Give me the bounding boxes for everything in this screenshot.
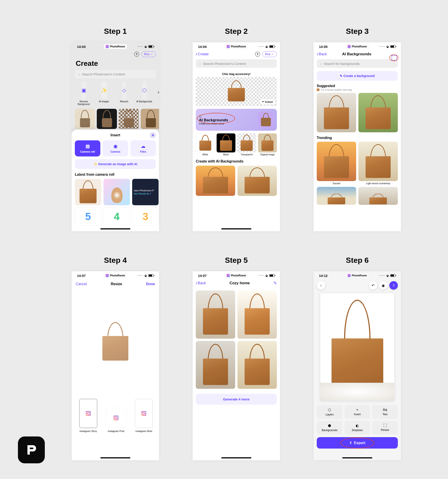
wifi-icon: ⬙ bbox=[387, 274, 389, 277]
camera-roll-item[interactable]: 4 bbox=[103, 207, 130, 225]
source-camera-roll[interactable]: ▤Camera roll bbox=[75, 140, 100, 156]
share-button[interactable]: ⇧ bbox=[389, 281, 398, 290]
preset-instagram-post[interactable] bbox=[106, 408, 126, 428]
chevron-left-icon: ‹ bbox=[196, 51, 197, 57]
editor-canvas[interactable] bbox=[320, 293, 394, 401]
chevron-left-icon: ‹ bbox=[320, 283, 321, 287]
source-camera[interactable]: ◉Camera bbox=[102, 140, 128, 156]
camera-roll-item[interactable]: hare Photoroom Ptwo friends for f bbox=[132, 179, 159, 205]
bg-tile[interactable] bbox=[317, 93, 356, 132]
result-tile[interactable] bbox=[238, 341, 277, 389]
template-thumb[interactable] bbox=[141, 109, 159, 129]
generate-ai-button[interactable]: ✨ Generate an image with AI bbox=[75, 159, 156, 169]
ai-backgrounds-card[interactable]: ⬡ AI Backgrounds Create your dream scene bbox=[196, 109, 277, 131]
bg-tile[interactable] bbox=[317, 187, 356, 205]
app-brand: PhotoRoom bbox=[346, 273, 369, 278]
bg-tile[interactable] bbox=[196, 166, 235, 196]
step-label: Step 6 bbox=[346, 256, 369, 265]
pro-badge[interactable]: Pro✓ bbox=[141, 51, 156, 57]
camera-roll-item[interactable] bbox=[103, 179, 130, 205]
resize-icon: ⛶ bbox=[383, 424, 387, 427]
status-bar: 14:12 PhotoRoom ····⬙ bbox=[314, 271, 401, 279]
back-button[interactable]: ‹Back bbox=[196, 280, 206, 286]
layers-icon: ⬡ bbox=[328, 408, 331, 412]
close-icon[interactable]: ✕ bbox=[150, 132, 156, 138]
tool-retouch[interactable]: ◇ bbox=[122, 81, 126, 99]
done-button[interactable]: Done bbox=[146, 282, 155, 286]
instagram-icon bbox=[86, 411, 90, 416]
search-icon: ⌕ bbox=[199, 61, 201, 66]
tool-ai-backgrounds[interactable]: ⬡ bbox=[142, 81, 147, 99]
tool-remove-background[interactable]: ▣ bbox=[81, 81, 86, 99]
status-bar: 14:07 PhotoRoom ····⬙ bbox=[72, 271, 159, 279]
wifi-icon: ⬙ bbox=[144, 274, 147, 277]
camera-roll-item[interactable]: 5 bbox=[75, 207, 101, 225]
search-input[interactable]: ⌕ Search for backgrounds bbox=[317, 59, 398, 68]
edit-icon[interactable]: ✎ bbox=[273, 281, 277, 286]
bg-tile[interactable] bbox=[238, 166, 277, 196]
instagram-icon bbox=[114, 416, 118, 420]
wifi-icon: ⬙ bbox=[265, 45, 268, 48]
bg-tile-sunset[interactable] bbox=[317, 142, 356, 181]
bg-tile[interactable] bbox=[358, 93, 398, 132]
tool-insert[interactable]: +Insert bbox=[345, 405, 370, 419]
back-button[interactable]: ‹Create bbox=[196, 51, 209, 57]
search-input[interactable]: ⌕ Search Photoroom's Content bbox=[196, 59, 277, 68]
preview-button[interactable]: ◉ bbox=[379, 281, 387, 290]
create-background-button[interactable]: ✎ Create a background bbox=[317, 71, 398, 81]
variant-original[interactable] bbox=[258, 133, 277, 153]
bg-tile[interactable] bbox=[358, 187, 398, 205]
generate-more-button[interactable]: Generate 4 more bbox=[196, 394, 277, 405]
phone-screen-3: 14:05 PhotoRoom ····⬙ ‹Back AI Backgroun… bbox=[314, 42, 401, 231]
undo-button[interactable]: ↶ bbox=[369, 281, 377, 290]
tool-backgrounds[interactable]: ⬢Backgrounds bbox=[317, 421, 342, 434]
tool-shadows[interactable]: ◐Shadows bbox=[345, 421, 370, 434]
variant-black[interactable] bbox=[217, 133, 236, 153]
scissors-icon: ✂ bbox=[262, 100, 264, 103]
resize-canvas[interactable] bbox=[85, 294, 146, 390]
page-title: Create bbox=[72, 59, 159, 70]
backgrounds-icon: ⬢ bbox=[328, 424, 331, 428]
variant-white[interactable] bbox=[196, 133, 215, 153]
template-thumb[interactable] bbox=[97, 109, 117, 129]
cutout-button[interactable]: ✂Cutout bbox=[260, 99, 275, 104]
help-icon[interactable]: ? bbox=[255, 52, 260, 57]
cancel-button[interactable]: Cancel bbox=[76, 282, 87, 286]
back-button[interactable]: ‹ bbox=[317, 281, 325, 290]
variant-transparent[interactable] bbox=[237, 133, 256, 153]
pro-badge[interactable]: Pro✓ bbox=[262, 51, 277, 57]
tool-ai-images[interactable]: ✨ bbox=[101, 81, 107, 99]
phone-screen-1: 14:03 PhotoRoom ····⬙ ? Pro✓ Create ⌕ Se… bbox=[72, 42, 159, 231]
source-files[interactable]: ☁Files bbox=[130, 140, 156, 156]
export-button[interactable]: ⇧ Export bbox=[317, 437, 398, 449]
status-time: 14:12 bbox=[319, 274, 327, 278]
template-thumb[interactable] bbox=[119, 109, 139, 129]
result-tile[interactable] bbox=[196, 291, 235, 339]
undo-icon: ↶ bbox=[372, 283, 374, 288]
ai-images-icon: ✨ bbox=[101, 87, 107, 93]
pencil-icon: ✎ bbox=[340, 74, 343, 78]
camera-roll-item[interactable] bbox=[75, 179, 101, 205]
tool-resize[interactable]: ⛶Resize bbox=[372, 421, 398, 434]
result-tile[interactable] bbox=[238, 291, 277, 339]
result-tile[interactable] bbox=[196, 341, 235, 389]
page-title: AI Backgrounds bbox=[342, 52, 371, 56]
preset-instagram-story[interactable] bbox=[79, 399, 97, 428]
template-thumb[interactable] bbox=[75, 109, 95, 129]
section-latest: Latest from camera roll bbox=[75, 173, 156, 179]
tool-text[interactable]: AaText bbox=[372, 405, 398, 419]
status-bar: 14:05 PhotoRoom ····⬙ bbox=[314, 42, 401, 50]
instagram-icon bbox=[142, 411, 146, 416]
hero-preview[interactable]: ✂Cutout bbox=[196, 77, 277, 106]
bg-tile-wood[interactable] bbox=[358, 142, 398, 181]
back-button[interactable]: ‹Back bbox=[317, 51, 327, 57]
preset-instagram-reel[interactable] bbox=[135, 399, 153, 428]
insert-sheet: Insert ✕ ▤Camera roll ◉Camera ☁Files ✨ G… bbox=[72, 130, 159, 231]
status-time: 14:03 bbox=[77, 45, 86, 49]
search-input[interactable]: ⌕ Search Photoroom's Content bbox=[75, 70, 156, 78]
help-icon[interactable]: ? bbox=[134, 52, 139, 57]
tool-layers[interactable]: ⬡Layers bbox=[317, 405, 342, 419]
shadows-icon: ◐ bbox=[356, 424, 359, 428]
camera-roll-item[interactable]: 3 bbox=[132, 207, 159, 225]
app-brand: PhotoRoom bbox=[104, 273, 127, 278]
